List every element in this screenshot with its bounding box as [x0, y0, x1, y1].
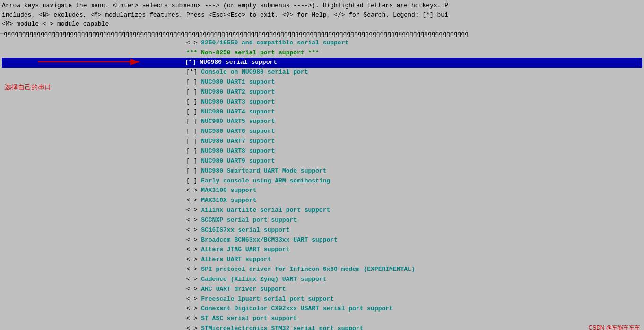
item-text: Altera UART support	[201, 256, 271, 263]
item-text: Console on NUC980 serial port	[201, 69, 308, 76]
menu-item[interactable]: [*] Console on NUC980 serial port	[2, 68, 642, 78]
item-prefix: < >	[186, 295, 197, 303]
menu-item[interactable]: < > Altera JTAG UART support	[2, 245, 642, 255]
menu-item[interactable]: [ ] NUC980 UART9 support	[2, 156, 642, 166]
item-text: NUC980 serial support	[200, 59, 277, 66]
item-text: NUC980 UART6 support	[201, 128, 275, 135]
item-text: ARC UART driver support	[201, 286, 286, 293]
menu-item[interactable]: [ ] NUC980 UART7 support	[2, 137, 642, 147]
menu-item[interactable]: < > STMicroelectronics STM32 serial port…	[2, 324, 642, 330]
item-text: Conexant Digicolor CX92xxx USART serial …	[201, 305, 393, 312]
instruction-line2: includes, <N> excludes, <M> modularizes …	[2, 10, 642, 20]
item-prefix: [*]	[186, 69, 197, 76]
menu-item[interactable]: < > SC16IS7xx serial support	[2, 226, 642, 235]
item-prefix: < >	[186, 197, 197, 204]
item-text: NUC980 UART2 support	[201, 88, 275, 96]
item-text: Cadence (Xilinx Zynq) UART support	[201, 276, 326, 283]
item-text: NUC980 UART3 support	[201, 98, 275, 105]
menu-item[interactable]: < > SCCNXP serial port support	[2, 216, 642, 226]
menu-item[interactable]: < > SPI protocol driver for Infineon 6x6…	[2, 265, 642, 275]
item-prefix: < >	[186, 286, 197, 293]
item-prefix: < >	[186, 256, 197, 263]
menu-item[interactable]: < > ARC UART driver support	[2, 285, 642, 295]
item-prefix: [ ]	[186, 138, 197, 145]
chinese-label: 选择自己的串口	[5, 83, 51, 92]
menu-list: < > 8250/16550 and compatible serial sup…	[2, 38, 642, 330]
terminal-window: Arrow keys navigate the menu. <Enter> se…	[0, 0, 644, 330]
item-prefix: [ ]	[186, 128, 197, 135]
item-text: NUC980 Smartcard UART Mode support	[201, 167, 326, 174]
item-text: Early console using ARM semihosting	[201, 177, 330, 184]
item-prefix: [ ]	[186, 78, 197, 86]
item-text: MAX310X support	[201, 197, 256, 204]
item-prefix: < >	[186, 276, 197, 283]
menu-item[interactable]: [ ] NUC980 UART2 support	[2, 87, 642, 97]
item-prefix: [ ]	[186, 88, 197, 96]
item-text: SCCNXP serial port support	[201, 217, 297, 224]
instruction-bar: Arrow keys navigate the menu. <Enter> se…	[0, 0, 644, 30]
item-prefix: [ ]	[186, 167, 197, 174]
menu-item[interactable]: [ ] NUC980 UART8 support	[2, 147, 642, 156]
instruction-line1: Arrow keys navigate the menu. <Enter> se…	[2, 1, 642, 10]
item-text: STMicroelectronics STM32 serial port sup…	[201, 325, 363, 330]
item-prefix: < >	[186, 236, 197, 243]
menu-item[interactable]: [ ] Early console using ARM semihosting	[2, 176, 642, 186]
item-text: MAX3100 support	[201, 187, 256, 194]
menu-area: 选择自己的串口 < > 8250/16550 and compatible se…	[0, 38, 644, 330]
item-prefix: [ ]	[186, 118, 197, 125]
item-text: Altera JTAG UART support	[201, 246, 289, 253]
menu-item[interactable]: < > Xilinx uartlite serial port support	[2, 206, 642, 216]
item-prefix: < >	[186, 266, 197, 273]
item-text: SPI protocol driver for Infineon 6x60 mo…	[201, 266, 415, 273]
menu-item[interactable]: < > Freescale lpuart serial port support	[2, 295, 642, 304]
item-prefix: < >	[186, 315, 197, 322]
menu-item[interactable]: < > Altera UART support	[2, 255, 642, 265]
menu-item[interactable]: [*] NUC980 serial support	[2, 58, 642, 68]
menu-item[interactable]: [ ] NUC980 UART4 support	[2, 107, 642, 117]
item-prefix: [ ]	[186, 98, 197, 105]
menu-item[interactable]: *** Non-8250 serial port support ***	[2, 48, 642, 58]
item-prefix: [*]	[185, 59, 196, 66]
item-prefix: < >	[186, 207, 197, 214]
item-prefix: < >	[186, 305, 197, 312]
top-border: ─qqqqqqqqqqqqqqqqqqqqqqqqqqqqqqqqqqqqqqq…	[0, 30, 644, 38]
menu-item[interactable]: [ ] NUC980 UART3 support	[2, 97, 642, 107]
menu-item[interactable]: < > MAX310X support	[2, 196, 642, 206]
menu-item[interactable]: < > Conexant Digicolor CX92xxx USART ser…	[2, 304, 642, 314]
item-text: Xilinx uartlite serial port support	[201, 207, 330, 214]
item-prefix: [ ]	[186, 177, 197, 184]
item-prefix: [ ]	[186, 148, 197, 155]
item-text: NUC980 UART5 support	[201, 118, 275, 125]
menu-item[interactable]: [ ] NUC980 UART1 support	[2, 78, 642, 87]
item-prefix: [ ]	[186, 157, 197, 165]
menu-item[interactable]: [ ] NUC980 Smartcard UART Mode support	[2, 166, 642, 176]
menu-item[interactable]: < > Broadcom BCM63xx/BCM33xx UART suppor…	[2, 235, 642, 245]
menu-item[interactable]: < > 8250/16550 and compatible serial sup…	[2, 38, 642, 48]
item-text: NUC980 UART4 support	[201, 108, 275, 115]
watermark: CSDN @车能车车车	[588, 324, 640, 330]
item-text: NUC980 UART7 support	[201, 138, 275, 145]
item-prefix: < >	[186, 187, 197, 194]
item-text: NUC980 UART1 support	[201, 78, 275, 86]
item-prefix: < >	[186, 325, 197, 330]
item-text: NUC980 UART8 support	[201, 148, 275, 155]
item-text: 8250/16550 and compatible serial support	[201, 39, 348, 46]
menu-item[interactable]: < > MAX3100 support	[2, 186, 642, 196]
item-text: ST ASC serial port support	[201, 315, 297, 322]
menu-item[interactable]: < > ST ASC serial port support	[2, 314, 642, 324]
item-prefix: < >	[186, 217, 197, 224]
item-text: *** Non-8250 serial port support ***	[186, 49, 319, 56]
item-prefix: < >	[186, 246, 197, 253]
item-prefix: [ ]	[186, 108, 197, 115]
item-prefix: < >	[186, 226, 197, 234]
menu-item[interactable]: [ ] NUC980 UART5 support	[2, 117, 642, 127]
item-text: SC16IS7xx serial support	[201, 226, 289, 234]
instruction-line3: <M> module < > module capable	[2, 19, 642, 29]
menu-item[interactable]: [ ] NUC980 UART6 support	[2, 127, 642, 137]
item-text: Broadcom BCM63xx/BCM33xx UART support	[201, 236, 338, 243]
item-prefix: < >	[186, 39, 197, 46]
menu-item[interactable]: < > Cadence (Xilinx Zynq) UART support	[2, 275, 642, 285]
item-text: NUC980 UART9 support	[201, 157, 275, 165]
item-text: Freescale lpuart serial port support	[201, 295, 334, 303]
